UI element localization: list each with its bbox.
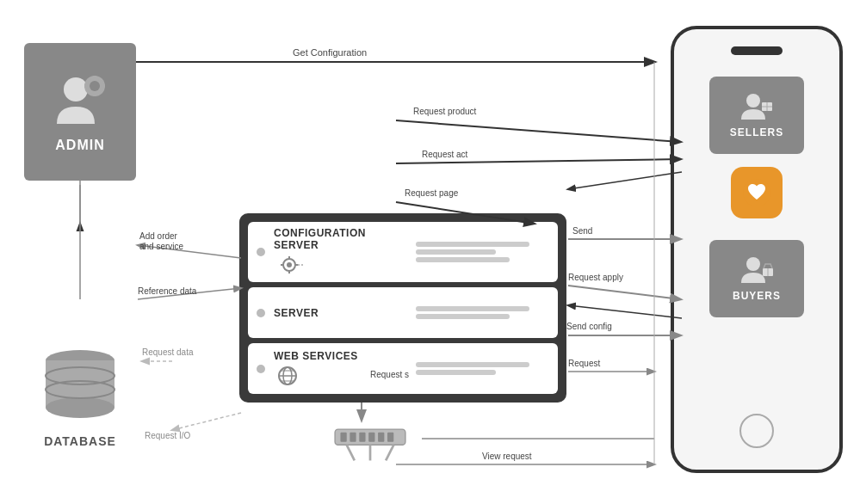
request-io-label: Request I/O (145, 431, 191, 440)
request-apply-label: Request apply (568, 273, 623, 282)
bar-1 (416, 242, 529, 247)
svg-point-11 (46, 397, 114, 418)
ref-data-arrow (138, 288, 241, 299)
and-service-label: and service (139, 242, 184, 251)
request-act-label: Request act (422, 150, 468, 159)
webservices-bars (416, 362, 549, 375)
phone-notch (731, 46, 783, 55)
ref-data-label: Reference data (138, 286, 197, 296)
database-icon (37, 343, 123, 429)
sellers-back-arrow (568, 172, 682, 189)
network-switch (327, 421, 413, 464)
server-row: SERVER (248, 287, 558, 338)
phone-frame: SELLERS BUYERS (671, 26, 843, 473)
svg-rect-27 (340, 433, 346, 442)
get-config-label: Get Configuration (293, 47, 367, 58)
sellers-label: SELLERS (730, 126, 783, 138)
svg-line-33 (347, 445, 355, 460)
config-server-content: CONFIGURATION SERVER (274, 227, 407, 277)
send-config-label: Send config (566, 322, 612, 331)
send-label: Send (572, 226, 592, 236)
config-icon (274, 253, 305, 277)
database-box: DATABASE (24, 340, 136, 452)
config-server-row: CONFIGURATION SERVER (248, 222, 558, 282)
add-order-label: Add order (139, 231, 178, 241)
network-switch-icon (327, 421, 413, 464)
request-apply-arrow (568, 286, 680, 299)
svg-point-0 (64, 77, 88, 101)
bar-5 (416, 314, 510, 319)
svg-rect-32 (387, 433, 393, 442)
svg-point-36 (746, 94, 760, 108)
bar-2 (416, 249, 496, 255)
server-bars (416, 306, 549, 319)
svg-rect-6 (100, 84, 105, 88)
request-page-label: Request page (405, 188, 459, 198)
buyers-back-arrow (568, 305, 682, 318)
svg-point-2 (90, 81, 100, 91)
bar-4 (416, 306, 529, 311)
svg-rect-28 (350, 433, 356, 442)
svg-rect-5 (84, 84, 90, 88)
request-product-arrow (396, 120, 680, 142)
bar-7 (416, 370, 496, 375)
panel-dot-2 (257, 309, 265, 317)
request-product-label: Request product (413, 107, 477, 116)
globe-icon (274, 364, 305, 388)
admin-icon (50, 71, 110, 131)
server-content: SERVER (274, 307, 407, 319)
sellers-icon (739, 92, 774, 122)
database-label: DATABASE (44, 434, 116, 448)
webservices-label: WEB SERVICES (274, 350, 407, 362)
svg-rect-30 (368, 433, 374, 442)
svg-rect-4 (93, 91, 96, 96)
svg-point-15 (287, 262, 292, 267)
svg-rect-3 (93, 76, 96, 81)
add-order-arrow (138, 245, 241, 258)
sellers-box: SELLERS (709, 77, 804, 154)
panel-dot-3 (257, 365, 265, 373)
admin-label: ADMIN (55, 138, 104, 153)
vid-request-label: View request (482, 452, 532, 461)
svg-rect-31 (378, 433, 384, 442)
app-icon (731, 167, 783, 218)
buyers-box: BUYERS (709, 240, 804, 317)
config-server-label: CONFIGURATION SERVER (274, 227, 407, 251)
panel-dot-1 (257, 248, 265, 256)
webservices-row: WEB SERVICES (248, 343, 558, 394)
request-io-arrow (172, 413, 241, 430)
phone-home-button (739, 414, 774, 448)
buyers-icon (739, 255, 774, 286)
request-act-arrow (396, 159, 680, 163)
buyers-label: BUYERS (733, 290, 781, 302)
svg-line-35 (386, 445, 393, 460)
admin-box: ADMIN (24, 43, 136, 181)
bar-6 (416, 362, 529, 367)
svg-point-41 (746, 257, 760, 271)
request-data-label: Request data (142, 347, 194, 357)
svg-rect-29 (359, 433, 365, 442)
server-label: SERVER (274, 307, 407, 319)
config-server-bars (416, 242, 549, 262)
request-label-2: Request s (370, 370, 409, 379)
request-s-label: Request (568, 359, 600, 368)
app-heart-icon (741, 177, 772, 208)
webservices-content: WEB SERVICES (274, 350, 407, 388)
bar-3 (416, 257, 510, 262)
